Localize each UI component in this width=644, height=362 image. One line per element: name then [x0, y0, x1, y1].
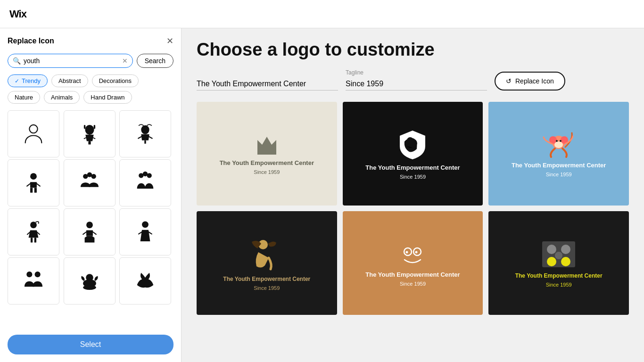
filter-tag-nature[interactable]: Nature — [8, 91, 40, 104]
svg-point-12 — [87, 172, 91, 177]
logo-card-2[interactable]: The Youth Empowerment Center Since 1959 — [343, 102, 483, 206]
icon-cell-viking1[interactable] — [64, 110, 116, 157]
logo-card-3[interactable]: The Youth Empowerment Center Since 1959 — [488, 102, 629, 206]
svg-point-0 — [29, 125, 37, 133]
svg-point-6 — [141, 125, 149, 134]
svg-point-16 — [30, 222, 37, 228]
icon-cell-person[interactable] — [8, 110, 59, 157]
icon-cell-animal2[interactable] — [119, 257, 171, 304]
filter-tag-decorations[interactable]: Decorations — [92, 74, 139, 87]
logo-card-6[interactable]: The Youth Empowerment Center Since 1959 — [488, 211, 629, 315]
logo-grid: The Youth Empowerment Center Since 1959 — [197, 102, 629, 315]
icon-cell-viking2[interactable] — [119, 110, 171, 157]
icon-grid — [8, 110, 173, 304]
svg-point-29 — [407, 137, 413, 144]
filter-tag-hand-drawn[interactable]: Hand Drawn — [83, 91, 132, 104]
svg-point-34 — [556, 140, 558, 142]
svg-rect-8 — [30, 188, 33, 192]
right-content: Choose a logo to customize Tagline ↺ Rep… — [182, 28, 644, 362]
svg-point-35 — [560, 140, 561, 142]
svg-marker-26 — [257, 137, 276, 152]
svg-rect-3 — [93, 125, 95, 129]
icon-cell-woman2[interactable] — [119, 208, 171, 255]
svg-point-43 — [561, 245, 570, 254]
filter-tag-trendy[interactable]: ✓ Trendy — [8, 74, 48, 87]
replace-icon-button[interactable]: ↺ Replace Icon — [495, 72, 565, 90]
svg-rect-17 — [31, 238, 33, 242]
svg-point-42 — [547, 245, 556, 254]
svg-point-19 — [86, 222, 93, 228]
search-input[interactable] — [24, 57, 119, 65]
topbar: Wix — [0, 0, 644, 28]
page-heading: Choose a logo to customize — [197, 40, 629, 60]
svg-point-21 — [26, 272, 32, 277]
clear-button[interactable]: ✕ — [122, 58, 128, 64]
svg-point-46 — [555, 252, 562, 259]
wix-logo: Wix — [9, 8, 26, 20]
svg-point-24 — [86, 274, 93, 281]
svg-point-39 — [406, 251, 408, 253]
icon-cell-couple[interactable] — [8, 257, 59, 304]
svg-point-25 — [83, 285, 96, 290]
filter-tag-animals[interactable]: Animals — [44, 91, 80, 104]
svg-point-15 — [143, 172, 148, 176]
icon-cell-woman1[interactable] — [64, 208, 116, 255]
icon-cell-girl-ponytail[interactable] — [8, 208, 59, 255]
svg-rect-27 — [257, 152, 276, 155]
logo-card-5[interactable]: The Youth Empowerment Center Since 1959 — [343, 211, 483, 315]
svg-point-20 — [142, 221, 149, 228]
svg-point-33 — [554, 141, 563, 148]
close-button[interactable]: ✕ — [166, 36, 173, 46]
svg-point-7 — [30, 173, 37, 180]
company-name-group — [197, 78, 338, 90]
icon-cell-group2[interactable] — [119, 159, 171, 206]
panel-header: Replace Icon ✕ — [8, 36, 173, 46]
svg-point-40 — [415, 251, 418, 253]
tagline-group: Tagline — [346, 69, 487, 90]
icon-cell-child[interactable] — [8, 159, 59, 206]
tagline-input[interactable] — [346, 78, 487, 90]
logo-card-1[interactable]: The Youth Empowerment Center Since 1959 — [197, 102, 337, 206]
logo-name-row: Tagline ↺ Replace Icon — [197, 69, 629, 90]
search-button[interactable]: Search — [137, 54, 173, 68]
tagline-label: Tagline — [346, 69, 487, 76]
search-row: 🔍 ✕ Search — [8, 54, 173, 68]
logo-card-4[interactable]: The Youth Empowerment Center Since 1959 — [197, 211, 337, 315]
icon-grid-container — [8, 110, 173, 329]
left-panel: Replace Icon ✕ 🔍 ✕ Search ✓ TrendyAbstra… — [0, 28, 182, 362]
icon-cell-group1[interactable] — [64, 159, 116, 206]
svg-rect-2 — [84, 125, 85, 129]
select-button[interactable]: Select — [8, 335, 173, 354]
search-icon: 🔍 — [13, 57, 21, 65]
filter-tags: ✓ TrendyAbstractDecorationsNatureAnimals… — [8, 74, 173, 104]
replace-icon-icon: ↺ — [506, 77, 512, 85]
icon-cell-animal1[interactable] — [64, 257, 116, 304]
svg-rect-18 — [34, 238, 36, 242]
svg-point-44 — [547, 257, 556, 266]
search-input-wrapper: 🔍 ✕ — [8, 54, 133, 68]
svg-point-45 — [561, 257, 570, 266]
filter-tag-abstract[interactable]: Abstract — [51, 74, 88, 87]
main-layout: Replace Icon ✕ 🔍 ✕ Search ✓ TrendyAbstra… — [0, 28, 644, 362]
company-name-input[interactable] — [197, 78, 338, 90]
svg-rect-9 — [34, 188, 37, 192]
svg-point-22 — [35, 272, 41, 277]
svg-point-1 — [85, 125, 94, 135]
panel-title: Replace Icon — [8, 37, 54, 45]
